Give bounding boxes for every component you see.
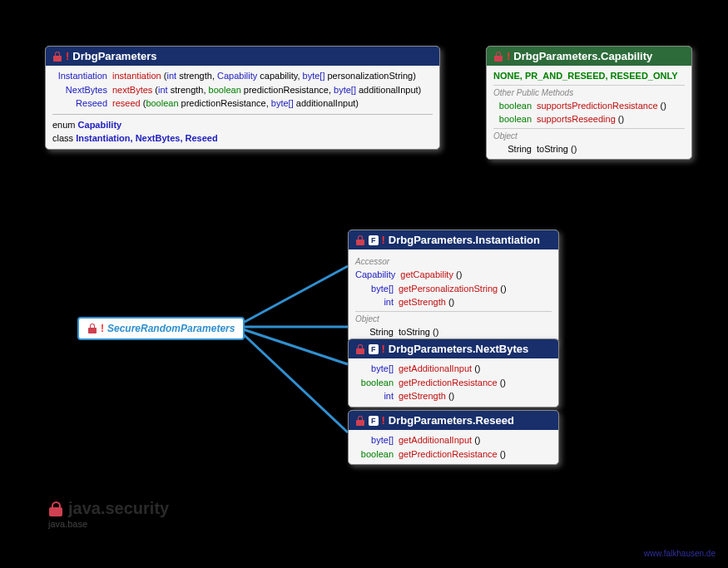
class-body: byte[] getAdditionalInput () boolean get…	[349, 358, 558, 407]
method-row: NextBytes nextBytes (int strength, boole…	[52, 83, 433, 97]
section-label: Object	[355, 311, 552, 325]
class-header: F ! DrbgParameters.NextBytes	[349, 339, 558, 358]
section-label: Object	[493, 128, 685, 142]
class-body: Instantiation instantiation (int strengt…	[46, 66, 439, 149]
class-instantiation: F ! DrbgParameters.Instantiation Accesso…	[348, 230, 559, 343]
class-body: NONE, PR_AND_RESEED, RESEED_ONLY Other P…	[487, 66, 691, 159]
excl-icon: !	[66, 50, 69, 62]
svg-line-3	[235, 327, 348, 432]
class-header: ! DrbgParameters.Capability	[487, 47, 691, 66]
enum-constants: NONE, PR_AND_RESEED, RESEED_ONLY	[493, 69, 685, 83]
method-row: int getStrength ()	[355, 389, 552, 403]
method-row: byte[] getAdditionalInput ()	[355, 362, 552, 376]
class-capability: ! DrbgParameters.Capability NONE, PR_AND…	[486, 46, 692, 160]
method-row: byte[] getPersonalizationString ()	[355, 282, 552, 296]
class-body: Accessor Capability getCapability () byt…	[349, 249, 558, 342]
method-row: boolean supportsReseeding ()	[493, 112, 685, 126]
package-name: java.security	[68, 499, 169, 518]
class-title: DrbgParameters.NextBytes	[389, 343, 528, 355]
interface-securerandomparameters: ! SecureRandomParameters	[77, 317, 245, 340]
method-row: Reseed reseed (boolean predictionResista…	[52, 96, 433, 111]
method-row: Instantiation instantiation (int strengt…	[52, 69, 433, 83]
method-row: String toString ()	[493, 142, 685, 156]
excl-icon: !	[507, 50, 510, 62]
section-label: Other Public Methods	[493, 85, 685, 99]
class-title: DrbgParameters	[72, 50, 156, 62]
section-label: Accessor	[355, 254, 552, 268]
class-header: F ! DrbgParameters.Reseed	[349, 411, 558, 430]
excl-icon: !	[382, 234, 385, 246]
interface-name: SecureRandomParameters	[107, 323, 235, 334]
method-row: boolean getPredictionResistance ()	[355, 447, 552, 462]
module-name: java.base	[48, 519, 87, 529]
excl-icon: !	[382, 414, 385, 427]
method-row: Capability getCapability ()	[355, 268, 552, 282]
lock-icon	[355, 344, 365, 354]
lock-icon	[48, 501, 63, 516]
method-row: boolean getPredictionResistance ()	[355, 376, 552, 390]
package-label: java.security	[48, 499, 169, 518]
method-row: String toString ()	[355, 325, 552, 339]
method-row: boolean supportsPredictionResistance ()	[493, 99, 685, 113]
class-drbgparameters: ! DrbgParameters Instantiation instantia…	[45, 46, 440, 150]
class-title: DrbgParameters.Reseed	[389, 414, 514, 427]
class-reseed: F ! DrbgParameters.Reseed byte[] getAddi…	[348, 410, 559, 465]
lock-icon	[87, 324, 97, 333]
class-header: F ! DrbgParameters.Instantiation	[349, 230, 558, 249]
excl-icon: !	[101, 323, 104, 334]
final-badge: F	[369, 416, 379, 426]
class-header: ! DrbgParameters	[46, 47, 439, 66]
nested-types: enum Capability	[52, 118, 433, 132]
svg-line-0	[235, 266, 348, 327]
class-title: DrbgParameters.Instantiation	[389, 234, 540, 246]
lock-icon	[355, 235, 365, 245]
final-badge: F	[369, 235, 379, 245]
watermark: www.falkhausen.de	[644, 549, 716, 558]
lock-icon	[355, 416, 365, 426]
nested-types: class Instantiation, NextBytes, Reseed	[52, 131, 433, 146]
class-body: byte[] getAdditionalInput () boolean get…	[349, 430, 558, 464]
method-row: int getStrength ()	[355, 295, 552, 309]
excl-icon: !	[382, 343, 385, 355]
final-badge: F	[369, 344, 379, 354]
lock-icon	[52, 52, 62, 62]
class-title: DrbgParameters.Capability	[513, 50, 652, 62]
method-row: byte[] getAdditionalInput ()	[355, 433, 552, 447]
lock-icon	[493, 52, 503, 62]
svg-line-2	[235, 327, 348, 364]
class-nextbytes: F ! DrbgParameters.NextBytes byte[] getA…	[348, 338, 559, 407]
